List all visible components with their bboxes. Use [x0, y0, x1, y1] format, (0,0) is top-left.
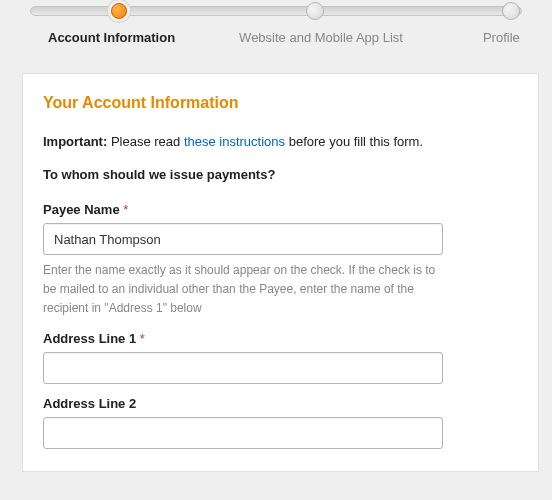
field-address-2: Address Line 2: [43, 396, 518, 449]
step-dot-profile[interactable]: [502, 2, 520, 20]
address-2-label: Address Line 2: [43, 396, 518, 411]
address-1-label-text: Address Line 1: [43, 331, 136, 346]
stepper-labels: Account Information Website and Mobile A…: [20, 30, 532, 45]
required-marker: *: [120, 202, 129, 217]
intro-important: Important:: [43, 134, 107, 149]
address-2-input[interactable]: [43, 417, 443, 449]
step-dot-website-list[interactable]: [306, 2, 324, 20]
field-payee-name: Payee Name * Enter the name exactly as i…: [43, 202, 518, 319]
intro-text: Important: Please read these instruction…: [43, 134, 518, 149]
intro-before-link: Please read: [107, 134, 184, 149]
payee-name-help: Enter the name exactly as it should appe…: [43, 261, 451, 319]
payee-name-label-text: Payee Name: [43, 202, 120, 217]
stepper: Account Information Website and Mobile A…: [0, 0, 552, 55]
account-info-card: Your Account Information Important: Plea…: [22, 73, 539, 472]
payee-name-input[interactable]: [43, 223, 443, 255]
required-marker: *: [136, 331, 145, 346]
card-title: Your Account Information: [43, 94, 518, 112]
instructions-link[interactable]: these instructions: [184, 134, 285, 149]
intro-after-link: before you fill this form.: [285, 134, 423, 149]
address-1-label: Address Line 1 *: [43, 331, 518, 346]
stepper-track: [30, 6, 522, 16]
step-label-account-info[interactable]: Account Information: [48, 30, 175, 45]
step-dot-account-info[interactable]: [111, 3, 127, 19]
field-address-1: Address Line 1 *: [43, 331, 518, 384]
section-heading-payments: To whom should we issue payments?: [43, 167, 518, 182]
payee-name-label: Payee Name *: [43, 202, 518, 217]
address-1-input[interactable]: [43, 352, 443, 384]
step-label-website-list[interactable]: Website and Mobile App List: [239, 30, 403, 45]
step-label-profile[interactable]: Profile: [483, 30, 520, 45]
address-2-label-text: Address Line 2: [43, 396, 136, 411]
